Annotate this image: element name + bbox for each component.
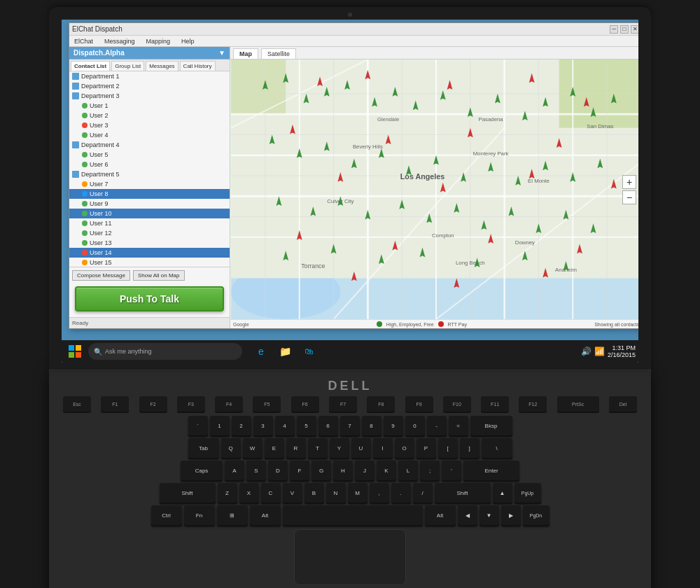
key-e[interactable]: E (265, 438, 284, 458)
key-f1[interactable]: F1 (101, 396, 129, 412)
key-4[interactable]: 4 (275, 416, 295, 435)
key-1[interactable]: 1 (210, 416, 230, 435)
key-f[interactable]: F (290, 461, 309, 480)
list-item[interactable]: User 11 (69, 218, 230, 228)
key-f2[interactable]: F2 (139, 396, 167, 412)
tab-contact-list[interactable]: Contact List (71, 61, 110, 71)
key-o[interactable]: O (395, 438, 414, 458)
list-item[interactable]: User 1 (69, 101, 230, 111)
push-to-talk-button[interactable]: Push To Talk (75, 286, 224, 312)
key-f12[interactable]: F12 (519, 396, 547, 412)
key-z[interactable]: Z (218, 483, 237, 503)
compose-message-button[interactable]: Compose Message (72, 270, 130, 281)
key-m[interactable]: M (348, 483, 368, 503)
key-semicolon[interactable]: ; (420, 461, 440, 480)
key-fn[interactable]: Fn (184, 505, 215, 525)
key-j[interactable]: J (355, 461, 374, 480)
key-shift-right[interactable]: Shift (435, 483, 491, 503)
list-item[interactable]: User 7 (69, 179, 230, 189)
tab-map[interactable]: Map (233, 48, 258, 59)
dept-item[interactable]: Department 2 (69, 81, 230, 91)
key-f9[interactable]: F9 (405, 396, 433, 412)
dept-item[interactable]: Department 3 (69, 91, 230, 101)
list-item[interactable]: User 10 (69, 209, 230, 218)
zoom-out-button[interactable]: − (622, 190, 636, 204)
list-item[interactable]: User 2 (69, 111, 230, 120)
key-f4[interactable]: F4 (215, 396, 243, 412)
key-a[interactable]: A (225, 461, 244, 480)
menu-help[interactable]: Help (179, 37, 197, 46)
taskbar-ie-button[interactable]: e (251, 342, 272, 361)
key-bracket-close[interactable]: ] (460, 438, 479, 458)
key-l[interactable]: L (398, 461, 418, 480)
key-6[interactable]: 6 (318, 416, 338, 435)
key-arrow-down[interactable]: ▼ (479, 505, 499, 525)
key-7[interactable]: 7 (340, 416, 360, 435)
key-s[interactable]: S (246, 461, 266, 480)
key-equals[interactable]: = (449, 416, 468, 435)
dispatch-header[interactable]: Dispatch.Alpha ▼ (69, 47, 230, 59)
key-f5[interactable]: F5 (253, 396, 281, 412)
key-q[interactable]: Q (221, 438, 241, 458)
taskbar-store-button[interactable]: 🛍 (298, 342, 319, 361)
key-tab[interactable]: Tab (188, 438, 219, 458)
key-comma[interactable]: , (370, 483, 389, 503)
key-space[interactable] (283, 505, 423, 525)
list-item[interactable]: User 12 (69, 228, 230, 238)
key-b[interactable]: B (304, 483, 324, 503)
key-n[interactable]: N (326, 483, 346, 503)
key-v[interactable]: V (283, 483, 302, 503)
list-item[interactable]: User 14 (69, 248, 230, 258)
tab-satellite[interactable]: Satellite (261, 48, 296, 59)
key-alt-left[interactable]: Alt (250, 505, 281, 525)
key-esc[interactable]: Esc (63, 396, 91, 412)
dept-item[interactable]: Department 5 (69, 169, 230, 179)
list-item[interactable]: User 5 (69, 150, 230, 160)
key-slash[interactable]: / (413, 483, 433, 503)
close-button[interactable]: ✕ (631, 25, 638, 34)
zoom-in-button[interactable]: + (622, 175, 636, 189)
menu-elchat[interactable]: ElChat (72, 37, 95, 46)
key-c[interactable]: C (261, 483, 281, 503)
key-quote[interactable]: ' (442, 461, 461, 480)
key-8[interactable]: 8 (362, 416, 382, 435)
list-item[interactable]: User 9 (69, 199, 230, 209)
taskbar-folder-button[interactable]: 📁 (274, 342, 295, 361)
list-item[interactable]: User 15 (69, 258, 230, 267)
key-r[interactable]: R (286, 438, 306, 458)
taskbar-clock[interactable]: 1:31 PM 2/16/2015 (608, 344, 636, 358)
dept-item[interactable]: Department 4 (69, 140, 230, 150)
key-d[interactable]: D (268, 461, 288, 480)
key-win[interactable]: ⊞ (217, 505, 248, 525)
key-pgdn[interactable]: PgDn (523, 505, 550, 525)
key-del[interactable]: Del (609, 396, 637, 412)
key-f3[interactable]: F3 (177, 396, 205, 412)
key-capslock[interactable]: Caps (181, 461, 223, 480)
list-item[interactable]: User 8 (69, 189, 230, 199)
key-f7[interactable]: F7 (329, 396, 357, 412)
key-u[interactable]: U (351, 438, 371, 458)
key-period[interactable]: . (391, 483, 411, 503)
network-icon[interactable]: 📶 (594, 346, 605, 356)
key-h[interactable]: H (333, 461, 353, 480)
key-arrow-up[interactable]: ▲ (493, 483, 512, 503)
key-5[interactable]: 5 (297, 416, 316, 435)
key-backspace[interactable]: Bksp (470, 416, 512, 435)
key-prtsc[interactable]: PrtSc (557, 396, 599, 412)
key-bracket-open[interactable]: [ (438, 438, 458, 458)
key-backslash[interactable]: \ (482, 438, 512, 458)
tab-call-history[interactable]: Call History (180, 61, 216, 71)
menu-mapping[interactable]: Mapping (144, 37, 173, 46)
key-t[interactable]: T (308, 438, 328, 458)
show-all-map-button[interactable]: Show All on Map (133, 270, 185, 281)
key-ctrl-left[interactable]: Ctrl (151, 505, 182, 525)
key-enter[interactable]: Enter (463, 461, 519, 480)
minimize-button[interactable]: ─ (610, 25, 618, 34)
list-item[interactable]: User 6 (69, 160, 230, 169)
key-0[interactable]: 0 (405, 416, 425, 435)
key-x[interactable]: X (239, 483, 259, 503)
key-f10[interactable]: F10 (443, 396, 471, 412)
key-pgup[interactable]: PgUp (514, 483, 541, 503)
start-button[interactable] (64, 342, 85, 361)
menu-messaging[interactable]: Messaging (102, 37, 137, 46)
